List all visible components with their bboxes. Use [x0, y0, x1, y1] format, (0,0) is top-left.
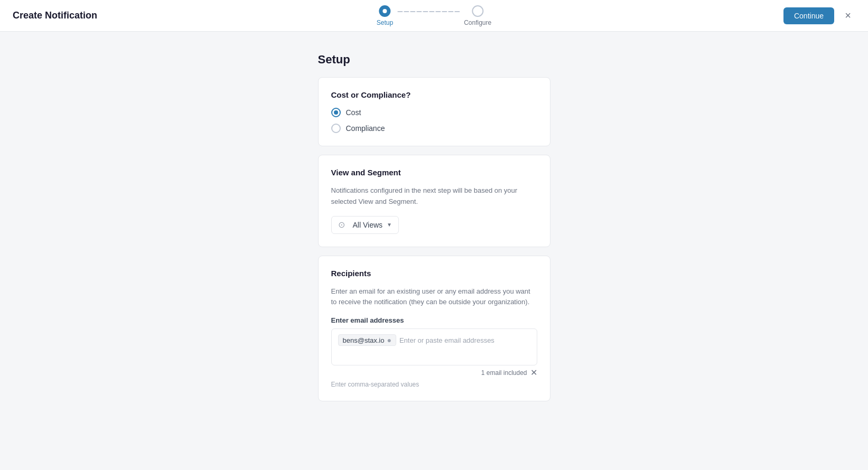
main-content: Setup Cost or Compliance? Cost Complianc…: [0, 32, 868, 431]
dash-7: [435, 11, 441, 12]
view-segment-card: View and Segment Notifications configure…: [318, 155, 550, 247]
view-segment-title: View and Segment: [331, 168, 537, 177]
email-tag-text: bens@stax.io: [343, 336, 385, 344]
views-icon: ⊙: [338, 220, 349, 230]
chevron-down-icon: ▼: [387, 222, 392, 228]
dash-3: [410, 11, 415, 12]
header-actions: Continue ×: [783, 7, 855, 24]
recipients-description: Enter an email for an existing user or a…: [331, 286, 537, 308]
radio-compliance-item[interactable]: Compliance: [331, 124, 537, 133]
view-segment-description: Notifications configured in the next ste…: [331, 185, 537, 208]
email-tag: bens@stax.io ●: [338, 334, 396, 346]
recipients-card: Recipients Enter an email for an existin…: [318, 256, 550, 402]
cost-compliance-card: Cost or Compliance? Cost Compliance: [318, 77, 550, 146]
dash-9: [448, 11, 453, 12]
stepper: Setup Configure: [377, 5, 491, 26]
email-count-row: 1 email included ✕: [331, 368, 537, 378]
email-count-text: 1 email included: [481, 369, 527, 377]
radio-cost[interactable]: [331, 108, 341, 117]
step-setup: Setup: [377, 5, 393, 26]
step-label-setup: Setup: [377, 19, 393, 26]
email-tag-close-icon[interactable]: ●: [387, 336, 391, 344]
close-button[interactable]: ×: [841, 8, 855, 23]
dash-8: [442, 11, 447, 12]
continue-button[interactable]: Continue: [783, 7, 834, 24]
dash-10: [454, 11, 460, 12]
step-dashes: [397, 11, 460, 12]
recipients-title: Recipients: [331, 269, 537, 278]
dash-1: [397, 11, 403, 12]
radio-compliance-label: Compliance: [346, 124, 385, 133]
hint-text: Enter comma-separated values: [331, 381, 537, 388]
views-dropdown[interactable]: ⊙ All Views ▼: [331, 216, 399, 234]
radio-compliance[interactable]: [331, 124, 341, 133]
email-field-label: Enter email addresses: [331, 316, 537, 324]
page-title: Create Notification: [13, 10, 97, 21]
cost-compliance-title: Cost or Compliance?: [331, 90, 537, 99]
email-clear-button[interactable]: ✕: [530, 368, 537, 378]
dash-2: [404, 11, 409, 12]
dash-6: [429, 11, 434, 12]
cost-compliance-radio-group: Cost Compliance: [331, 108, 537, 133]
step-circle-setup: [379, 5, 390, 17]
radio-cost-item[interactable]: Cost: [331, 108, 537, 117]
email-input-box[interactable]: bens@stax.io ● Enter or paste email addr…: [331, 328, 537, 365]
section-title: Setup: [318, 53, 550, 67]
email-input-placeholder: Enter or paste email addresses: [399, 334, 494, 347]
step-circle-configure: [472, 5, 483, 17]
header: Create Notification Setup Configure Cont…: [0, 0, 868, 32]
step-configure: Configure: [464, 5, 491, 26]
dash-4: [416, 11, 422, 12]
step-label-configure: Configure: [464, 19, 491, 26]
dash-5: [423, 11, 428, 12]
radio-cost-label: Cost: [346, 108, 361, 117]
views-dropdown-label: All Views: [353, 221, 383, 229]
